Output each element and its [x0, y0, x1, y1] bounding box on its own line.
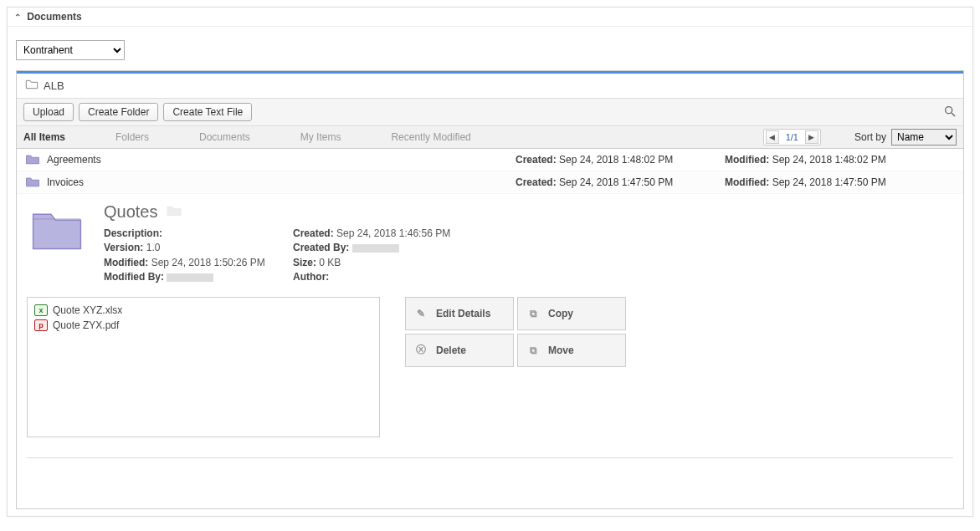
created-by-value — [352, 244, 399, 253]
svg-line-1 — [952, 113, 955, 116]
list-row[interactable]: Invoices Created: Sep 24, 2018 1:47:50 P… — [17, 171, 963, 194]
move-icon: ⧉ — [526, 345, 540, 356]
tab-my-items[interactable]: My Items — [300, 126, 358, 148]
file-name: Quote ZYX.pdf — [53, 319, 119, 331]
created-value: Sep 24, 2018 1:46:56 PM — [336, 227, 450, 239]
edit-details-button[interactable]: ✎ Edit Details — [405, 297, 514, 330]
tab-documents[interactable]: Documents — [199, 126, 267, 148]
pdf-icon: p — [34, 319, 48, 331]
created-value: Sep 24, 2018 1:48:02 PM — [559, 154, 673, 166]
modified-label: Modified: — [725, 154, 769, 166]
delete-button[interactable]: ⓧ Delete — [405, 334, 514, 367]
panel-title: Documents — [27, 11, 81, 23]
created-label: Created: — [516, 154, 557, 166]
modified-by-label: Modified By: — [104, 271, 164, 283]
kontrahent-select[interactable]: Kontrahent — [16, 40, 125, 60]
folder-icon — [25, 79, 38, 93]
detail-title: Quotes — [104, 202, 157, 222]
author-label: Author: — [293, 271, 329, 283]
modified-value: Sep 24, 2018 1:50:26 PM — [151, 257, 265, 268]
edit-icon: ✎ — [414, 308, 428, 319]
file-item[interactable]: p Quote ZYX.pdf — [34, 318, 372, 333]
svg-point-0 — [946, 106, 952, 113]
folder-icon — [25, 153, 40, 166]
copy-icon: ⧉ — [526, 308, 540, 319]
modified-label: Modified: — [725, 176, 769, 188]
action-label: Move — [548, 345, 574, 356]
xlsx-icon: x — [34, 304, 48, 316]
list-row[interactable]: Agreements Created: Sep 24, 2018 1:48:02… — [17, 149, 963, 171]
created-label: Created: — [516, 176, 557, 188]
size-value: 0 KB — [319, 257, 341, 268]
description-label: Description: — [104, 227, 162, 239]
tab-recently-modified[interactable]: Recently Modified — [391, 126, 487, 148]
tab-folders[interactable]: Folders — [115, 126, 166, 148]
create-folder-button[interactable]: Create Folder — [79, 103, 158, 121]
row-name: Agreements — [47, 154, 516, 166]
upload-button[interactable]: Upload — [23, 103, 74, 121]
file-name: Quote XYZ.xlsx — [53, 304, 122, 316]
action-label: Edit Details — [436, 308, 490, 319]
size-label: Size: — [293, 257, 316, 268]
created-label: Created: — [293, 227, 334, 239]
tab-all-items[interactable]: All Items — [23, 126, 82, 148]
breadcrumb: ALB — [17, 74, 963, 98]
version-label: Version: — [104, 242, 143, 253]
modified-value: Sep 24, 2018 1:47:50 PM — [772, 176, 886, 188]
collapse-icon: ⌃ — [14, 13, 21, 22]
large-folder-icon — [27, 202, 87, 285]
file-item[interactable]: x Quote XYZ.xlsx — [34, 303, 372, 318]
move-button[interactable]: ⧉ Move — [517, 334, 626, 367]
file-box: x Quote XYZ.xlsx p Quote ZYX.pdf — [27, 297, 380, 437]
create-text-file-button[interactable]: Create Text File — [163, 103, 252, 121]
action-label: Copy — [548, 308, 573, 319]
created-by-label: Created By: — [293, 242, 349, 253]
pager-text: 1/1 — [782, 132, 802, 142]
divider — [27, 457, 953, 458]
created-value: Sep 24, 2018 1:47:50 PM — [559, 176, 673, 188]
modified-value: Sep 24, 2018 1:48:02 PM — [772, 154, 886, 166]
delete-icon: ⓧ — [414, 343, 428, 357]
detail-block: Quotes Description: Version: 1.0 Modifie… — [17, 194, 963, 297]
modified-by-value — [167, 273, 213, 282]
open-folder-icon[interactable] — [166, 202, 182, 222]
version-value: 1.0 — [146, 242, 161, 253]
sort-select[interactable]: Name — [891, 129, 957, 146]
action-label: Delete — [436, 345, 466, 356]
sort-by-label: Sort by — [854, 131, 886, 143]
folder-icon — [25, 176, 40, 189]
pager-next-button[interactable]: ▶ — [805, 130, 818, 144]
panel-header[interactable]: ⌃ Documents — [8, 8, 972, 27]
row-name: Invoices — [47, 176, 516, 188]
pager: ◀ 1/1 ▶ — [763, 129, 821, 146]
modified-label: Modified: — [104, 257, 148, 268]
pager-prev-button[interactable]: ◀ — [766, 130, 779, 144]
search-icon[interactable] — [943, 105, 957, 120]
copy-button[interactable]: ⧉ Copy — [517, 297, 626, 330]
breadcrumb-location: ALB — [44, 79, 64, 92]
